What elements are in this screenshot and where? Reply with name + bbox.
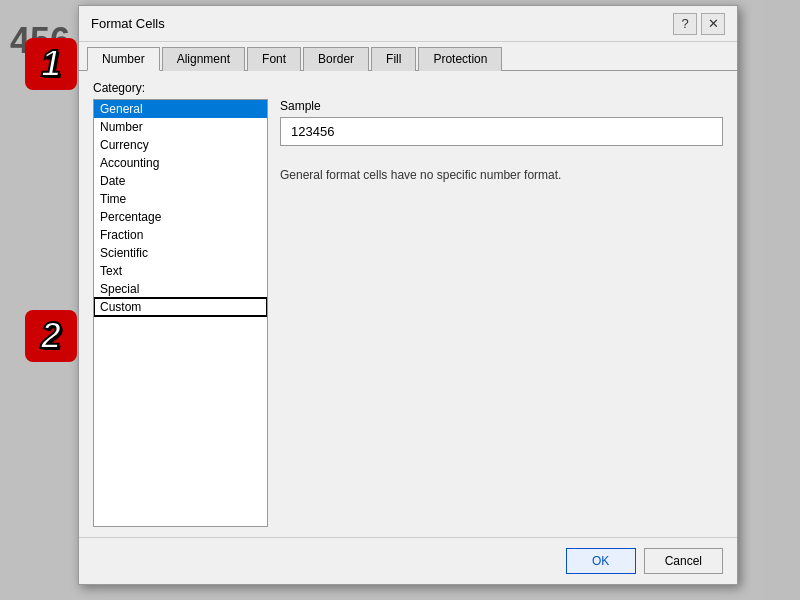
sample-value: 123456 (280, 117, 723, 146)
annotation-1: 1 (25, 38, 77, 90)
dialog-title: Format Cells (91, 16, 165, 31)
tab-protection[interactable]: Protection (418, 47, 502, 71)
cancel-button[interactable]: Cancel (644, 548, 723, 574)
close-button[interactable]: ✕ (701, 13, 725, 35)
category-item-special[interactable]: Special (94, 280, 267, 298)
title-bar-buttons: ? ✕ (673, 13, 725, 35)
category-item-scientific[interactable]: Scientific (94, 244, 267, 262)
annotation-2: 2 (25, 310, 77, 362)
main-area: General Number Currency Accounting Date … (93, 99, 723, 527)
category-item-percentage[interactable]: Percentage (94, 208, 267, 226)
category-list[interactable]: General Number Currency Accounting Date … (94, 100, 267, 526)
category-label: Category: (93, 81, 723, 95)
tab-fill[interactable]: Fill (371, 47, 416, 71)
category-item-date[interactable]: Date (94, 172, 267, 190)
category-item-accounting[interactable]: Accounting (94, 154, 267, 172)
category-item-general[interactable]: General (94, 100, 267, 118)
dialog-content: Category: General Number Currency Accoun… (79, 71, 737, 537)
tab-bar: Number Alignment Font Border Fill Protec… (79, 42, 737, 71)
category-item-number[interactable]: Number (94, 118, 267, 136)
sample-label: Sample (280, 99, 723, 113)
tab-number[interactable]: Number (87, 47, 160, 71)
description-text: General format cells have no specific nu… (280, 166, 723, 184)
category-item-fraction[interactable]: Fraction (94, 226, 267, 244)
category-list-container: General Number Currency Accounting Date … (93, 99, 268, 527)
right-panel: Sample 123456 General format cells have … (280, 99, 723, 527)
format-cells-dialog: Format Cells ? ✕ Number Alignment Font B… (78, 5, 738, 585)
category-item-currency[interactable]: Currency (94, 136, 267, 154)
dialog-footer: OK Cancel (79, 537, 737, 584)
category-item-text[interactable]: Text (94, 262, 267, 280)
tab-border[interactable]: Border (303, 47, 369, 71)
ok-button[interactable]: OK (566, 548, 636, 574)
category-item-time[interactable]: Time (94, 190, 267, 208)
help-button[interactable]: ? (673, 13, 697, 35)
tab-font[interactable]: Font (247, 47, 301, 71)
title-bar: Format Cells ? ✕ (79, 6, 737, 42)
tab-alignment[interactable]: Alignment (162, 47, 245, 71)
category-item-custom[interactable]: Custom (94, 298, 267, 316)
sample-section: Sample 123456 (280, 99, 723, 146)
